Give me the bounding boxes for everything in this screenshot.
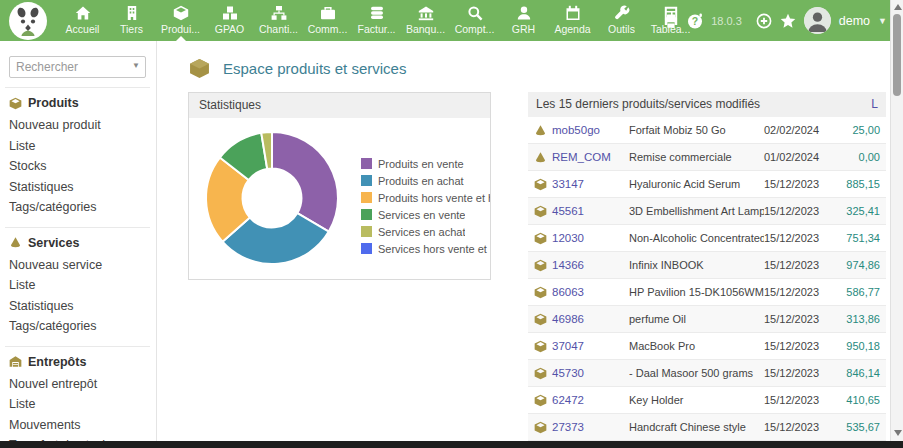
svg-text:?: ? bbox=[692, 15, 698, 27]
sidebar-link[interactable]: Nouvel entrepôt bbox=[9, 374, 146, 395]
table-row: 33147Hyaluronic Acid Serum15/12/2023885,… bbox=[528, 171, 886, 198]
menu-item-accueil[interactable]: Accueil bbox=[58, 0, 107, 41]
price-value: 586,77 bbox=[828, 286, 880, 298]
dolibarr-logo[interactable] bbox=[8, 1, 48, 41]
legend-item[interactable]: Produits en vente bbox=[361, 155, 490, 172]
product-ref-link[interactable]: 37047 bbox=[552, 340, 584, 352]
ref-cell: REM_COM bbox=[534, 151, 629, 164]
chevron-down-icon[interactable]: ▼ bbox=[878, 16, 887, 26]
full-list-link[interactable]: L bbox=[871, 92, 878, 117]
legend-item[interactable]: Services hors vente et ho... bbox=[361, 240, 490, 257]
horizontal-scrollbar[interactable] bbox=[0, 441, 903, 448]
product-ref-link[interactable]: 86063 bbox=[552, 286, 584, 298]
menu-item-compt[interactable]: Compt... bbox=[450, 0, 499, 41]
modified-date: 15/12/2023 bbox=[764, 421, 828, 433]
help-icon[interactable]: ? bbox=[687, 13, 703, 29]
menu-item-label: GRH bbox=[499, 23, 548, 35]
sidebar-link[interactable]: Nouveau service bbox=[9, 255, 146, 276]
menu-item-factur[interactable]: Factur... bbox=[352, 0, 401, 41]
user-avatar[interactable] bbox=[804, 7, 831, 34]
product-ref-link[interactable]: REM_COM bbox=[552, 151, 611, 163]
modified-date: 02/02/2024 bbox=[764, 124, 828, 136]
cube-icon bbox=[534, 394, 547, 407]
product-ref-link[interactable]: 12030 bbox=[552, 232, 584, 244]
ref-cell: 45730 bbox=[534, 367, 629, 380]
legend-item[interactable]: Services en achat bbox=[361, 223, 490, 240]
product-ref-link[interactable]: mob50go bbox=[552, 124, 600, 136]
table-row: 45730- Daal Masoor 500 grams15/12/202384… bbox=[528, 360, 886, 387]
search-input[interactable] bbox=[9, 56, 146, 78]
vertical-scrollbar-thumb[interactable] bbox=[893, 14, 901, 96]
ref-cell: 62472 bbox=[534, 394, 629, 407]
recent-products-panel: Les 15 derniers produits/services modifi… bbox=[528, 92, 886, 441]
sidebar-section-entrepts[interactable]: Entrepôts bbox=[9, 355, 146, 369]
scroll-down-arrow-icon[interactable] bbox=[894, 430, 902, 436]
printer-icon[interactable] bbox=[663, 13, 679, 29]
menu-item-comm[interactable]: Comm... bbox=[303, 0, 352, 41]
price-value: 846,14 bbox=[828, 367, 880, 379]
sidebar-link[interactable]: Stocks bbox=[9, 156, 146, 177]
menu-item-tiers[interactable]: Tiers bbox=[107, 0, 156, 41]
sidebar-link[interactable]: Statistiques bbox=[9, 296, 146, 317]
cube-icon bbox=[534, 340, 547, 353]
sidebar-link[interactable]: Mouvements bbox=[9, 415, 146, 436]
product-label: Hyaluronic Acid Serum bbox=[629, 178, 764, 190]
ref-cell: 33147 bbox=[534, 178, 629, 191]
sidebar-section-services[interactable]: Services bbox=[9, 236, 146, 250]
sidebar-link[interactable]: Nouveau produit bbox=[9, 115, 146, 136]
product-ref-link[interactable]: 62472 bbox=[552, 394, 584, 406]
table-row: 46986perfume Oil15/12/2023313,86 bbox=[528, 306, 886, 333]
modified-date: 15/12/2023 bbox=[764, 205, 828, 217]
cube-icon bbox=[534, 286, 547, 299]
menu-item-label: Agenda bbox=[548, 23, 597, 35]
cube-icon bbox=[534, 367, 547, 380]
sidebar-section-produits[interactable]: Produits bbox=[9, 96, 146, 110]
sidebar-section-title: Entrepôts bbox=[28, 355, 86, 369]
modified-date: 15/12/2023 bbox=[764, 313, 828, 325]
legend-item[interactable]: Produits en achat bbox=[361, 172, 490, 189]
vertical-scrollbar[interactable] bbox=[890, 0, 903, 441]
product-label: Forfait Mobiz 50 Go bbox=[629, 124, 764, 136]
product-ref-link[interactable]: 45730 bbox=[552, 367, 584, 379]
search-dropdown-caret-icon[interactable]: ▼ bbox=[132, 61, 140, 70]
user-icon bbox=[516, 5, 532, 21]
legend-swatch bbox=[361, 175, 372, 186]
price-value: 410,65 bbox=[828, 394, 880, 406]
menu-item-label: Outils bbox=[597, 23, 646, 35]
legend-label: Produits en achat bbox=[378, 175, 464, 187]
legend-item[interactable]: Produits hors vente et ho... bbox=[361, 189, 490, 206]
product-ref-link[interactable]: 45561 bbox=[552, 205, 584, 217]
divider bbox=[5, 227, 150, 228]
cone-icon bbox=[9, 236, 22, 249]
menu-item-grh[interactable]: GRH bbox=[499, 0, 548, 41]
scroll-up-arrow-icon[interactable] bbox=[894, 4, 902, 10]
plus-circle-icon[interactable] bbox=[756, 13, 772, 29]
sidebar-link[interactable]: Tags/catégories bbox=[9, 197, 146, 218]
product-ref-link[interactable]: 14366 bbox=[552, 259, 584, 271]
sidebar-link[interactable]: Statistiques bbox=[9, 177, 146, 198]
menu-item-agenda[interactable]: Agenda bbox=[548, 0, 597, 41]
menu-item-outils[interactable]: Outils bbox=[597, 0, 646, 41]
product-ref-link[interactable]: 33147 bbox=[552, 178, 584, 190]
sidebar-link[interactable]: Liste bbox=[9, 136, 146, 157]
price-value: 25,00 bbox=[828, 124, 880, 136]
menu-item-banqu[interactable]: Banqu... bbox=[401, 0, 450, 41]
price-value: 325,41 bbox=[828, 205, 880, 217]
building-icon bbox=[124, 5, 140, 21]
menu-item-produi[interactable]: Produi... bbox=[156, 0, 205, 41]
product-ref-link[interactable]: 46986 bbox=[552, 313, 584, 325]
menu-item-chanti[interactable]: Chanti... bbox=[254, 0, 303, 41]
divider bbox=[5, 346, 150, 347]
ref-cell: mob50go bbox=[534, 124, 629, 137]
left-sidebar: ▼ ProduitsNouveau produitListeStocksStat… bbox=[0, 41, 157, 448]
sidebar-link[interactable]: Tags/catégories bbox=[9, 316, 146, 337]
ref-cell: 12030 bbox=[534, 232, 629, 245]
sidebar-link[interactable]: Liste bbox=[9, 275, 146, 296]
sidebar-link[interactable]: Liste bbox=[9, 394, 146, 415]
product-ref-link[interactable]: 27373 bbox=[552, 421, 584, 433]
user-menu[interactable]: demo bbox=[839, 14, 870, 28]
legend-item[interactable]: Services en vente bbox=[361, 206, 490, 223]
donut-chart[interactable] bbox=[202, 128, 342, 268]
menu-item-gpao[interactable]: GPAO bbox=[205, 0, 254, 41]
star-icon[interactable] bbox=[780, 13, 796, 29]
